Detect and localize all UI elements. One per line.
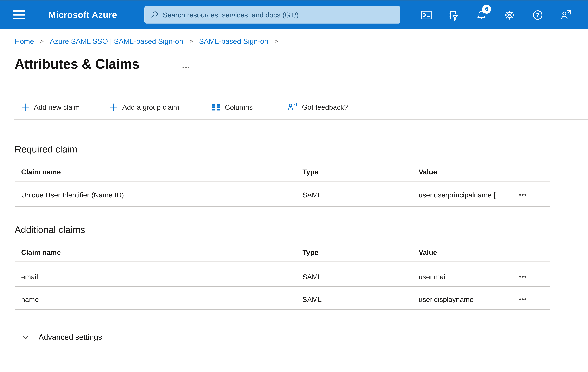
table-header-line bbox=[15, 261, 550, 262]
columns-button[interactable]: Columns bbox=[212, 100, 253, 113]
notification-badge: 6 bbox=[482, 5, 491, 14]
claim-name-cell: name bbox=[21, 295, 39, 303]
azure-portal: Microsoft Azure bbox=[0, 0, 588, 372]
table-row[interactable]: email SAML user.mail bbox=[15, 266, 550, 287]
topbar: Microsoft Azure bbox=[0, 0, 588, 29]
breadcrumb: Home > Azure SAML SSO | SAML-based Sign-… bbox=[15, 37, 278, 46]
directory-filter-button[interactable] bbox=[446, 9, 460, 22]
cloud-shell-button[interactable] bbox=[420, 9, 433, 22]
breadcrumb-separator: > bbox=[189, 37, 193, 44]
column-header-claim-name: Claim name bbox=[21, 248, 61, 256]
toolbar-label: Got feedback? bbox=[302, 103, 348, 111]
row-menu-button[interactable] bbox=[514, 272, 531, 281]
required-claim-heading: Required claim bbox=[15, 144, 77, 155]
gear-icon bbox=[503, 9, 515, 21]
breadcrumb-link-saml-signon[interactable]: SAML-based Sign-on bbox=[199, 37, 268, 46]
claim-name-cell: Unique User Identifier (Name ID) bbox=[21, 191, 124, 199]
search-icon bbox=[150, 11, 158, 19]
toolbar-divider bbox=[272, 99, 272, 114]
got-feedback-button[interactable]: Got feedback? bbox=[287, 100, 348, 113]
more-options-button[interactable] bbox=[182, 64, 194, 71]
table-row[interactable]: Unique User Identifier (Name ID) SAML us… bbox=[15, 183, 550, 206]
add-icon bbox=[110, 103, 118, 111]
toolbar-label: Columns bbox=[225, 103, 253, 111]
hamburger-menu-button[interactable] bbox=[13, 10, 25, 19]
claim-name-cell: email bbox=[21, 273, 38, 281]
brand-title: Microsoft Azure bbox=[48, 10, 117, 20]
table-bottom-line bbox=[15, 309, 550, 310]
toolbar-separator-line bbox=[14, 119, 588, 120]
breadcrumb-link-home[interactable]: Home bbox=[15, 37, 34, 46]
chevron-down-icon bbox=[22, 333, 30, 341]
table-row[interactable]: name SAML user.displayname bbox=[15, 288, 550, 310]
help-icon: ? bbox=[532, 9, 544, 21]
value-cell: user.displayname bbox=[419, 295, 473, 303]
settings-button[interactable] bbox=[503, 9, 516, 22]
help-button[interactable]: ? bbox=[531, 9, 544, 22]
type-cell: SAML bbox=[303, 273, 322, 281]
value-cell: user.userprincipalname [... bbox=[419, 191, 502, 199]
toolbar-label: Add a group claim bbox=[122, 103, 179, 111]
advanced-settings-label: Advanced settings bbox=[39, 332, 102, 341]
search-input[interactable] bbox=[158, 11, 400, 19]
table-row-line bbox=[15, 286, 550, 287]
feedback-button[interactable] bbox=[559, 9, 572, 22]
page-title: Attributes & Claims bbox=[15, 56, 139, 72]
svg-text:?: ? bbox=[536, 12, 539, 19]
value-cell: user.mail bbox=[419, 273, 447, 281]
add-icon bbox=[21, 103, 29, 111]
type-cell: SAML bbox=[303, 295, 322, 303]
row-menu-button[interactable] bbox=[514, 190, 531, 200]
toolbar-label: Add new claim bbox=[34, 103, 80, 111]
column-header-type: Type bbox=[303, 248, 318, 256]
row-menu-button[interactable] bbox=[514, 295, 531, 304]
breadcrumb-link-app-sso[interactable]: Azure SAML SSO | SAML-based Sign-on bbox=[50, 37, 183, 46]
add-new-claim-button[interactable]: Add new claim bbox=[21, 100, 80, 113]
advanced-settings-toggle[interactable]: Advanced settings bbox=[22, 329, 102, 344]
additional-claims-heading: Additional claims bbox=[15, 224, 85, 235]
type-cell: SAML bbox=[303, 191, 322, 199]
required-claim-table-header: Claim name Type Value bbox=[15, 163, 550, 181]
columns-icon bbox=[212, 103, 220, 111]
global-search[interactable] bbox=[144, 6, 400, 23]
directory-filter-icon bbox=[447, 9, 459, 21]
table-bottom-line bbox=[15, 206, 550, 207]
breadcrumb-separator: > bbox=[274, 37, 278, 44]
column-header-claim-name: Claim name bbox=[21, 168, 61, 176]
column-header-value: Value bbox=[419, 168, 437, 176]
additional-claims-table-header: Claim name Type Value bbox=[15, 243, 550, 261]
notifications-button[interactable]: 6 bbox=[475, 9, 488, 22]
add-group-claim-button[interactable]: Add a group claim bbox=[110, 100, 179, 113]
table-header-line bbox=[15, 181, 550, 181]
column-header-value: Value bbox=[419, 248, 437, 256]
breadcrumb-separator: > bbox=[40, 37, 44, 44]
feedback-person-icon bbox=[560, 9, 572, 21]
cloud-shell-icon bbox=[420, 10, 432, 21]
column-header-type: Type bbox=[303, 168, 318, 176]
feedback-icon bbox=[287, 102, 297, 112]
